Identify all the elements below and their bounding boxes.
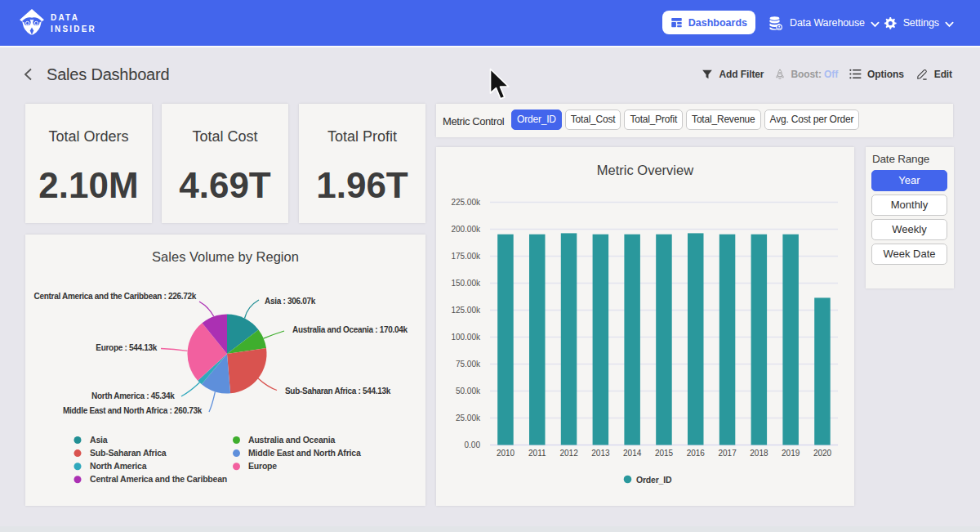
svg-text:Sub-Saharan Africa: Sub-Saharan Africa xyxy=(90,448,167,458)
svg-text:175.00k: 175.00k xyxy=(451,252,481,261)
svg-text:Central America and the Caribb: Central America and the Caribbean : 226.… xyxy=(34,292,197,301)
svg-text:2016: 2016 xyxy=(687,449,706,458)
svg-text:Order_ID: Order_ID xyxy=(636,475,672,485)
svg-text:Metric Overview: Metric Overview xyxy=(597,163,693,177)
svg-text:Sales Volume by Region: Sales Volume by Region xyxy=(152,249,299,264)
svg-text:200.00k: 200.00k xyxy=(451,225,481,234)
svg-text:Sub-Saharan Africa : 544.13k: Sub-Saharan Africa : 544.13k xyxy=(285,387,391,396)
svg-text:225.00k: 225.00k xyxy=(451,198,481,207)
svg-text:Middle East and North Africa :: Middle East and North Africa : 260.73k xyxy=(63,406,203,415)
svg-text:2018: 2018 xyxy=(750,449,768,458)
svg-text:Australia and Oceania : 170.04: Australia and Oceania : 170.04k xyxy=(292,325,408,334)
svg-text:North America : 45.34k: North America : 45.34k xyxy=(91,391,175,400)
svg-text:2013: 2013 xyxy=(591,449,610,458)
svg-text:2019: 2019 xyxy=(782,449,800,458)
svg-text:2012: 2012 xyxy=(559,449,578,458)
svg-text:0.00: 0.00 xyxy=(465,440,481,449)
svg-text:North America: North America xyxy=(90,461,147,471)
svg-text:2010: 2010 xyxy=(497,449,515,458)
svg-text:Australia and Oceania: Australia and Oceania xyxy=(248,435,335,445)
svg-text:Europe: Europe xyxy=(248,461,277,471)
svg-text:125.00k: 125.00k xyxy=(451,306,481,315)
svg-text:2017: 2017 xyxy=(718,449,737,458)
svg-text:25.00k: 25.00k xyxy=(456,414,481,422)
svg-text:50.00k: 50.00k xyxy=(456,387,481,396)
svg-text:Central America and the Caribb: Central America and the Caribbean xyxy=(90,474,227,484)
svg-text:150.00k: 150.00k xyxy=(451,279,481,288)
svg-text:75.00k: 75.00k xyxy=(456,360,481,369)
svg-text:Middle East and North Africa: Middle East and North Africa xyxy=(248,448,361,458)
svg-text:2020: 2020 xyxy=(813,449,832,458)
svg-text:Europe : 544.13k: Europe : 544.13k xyxy=(96,343,157,352)
svg-text:2014: 2014 xyxy=(623,449,642,458)
svg-text:2011: 2011 xyxy=(528,449,546,458)
svg-text:2015: 2015 xyxy=(655,449,674,458)
svg-text:100.00k: 100.00k xyxy=(451,333,481,342)
svg-text:Asia : 306.07k: Asia : 306.07k xyxy=(265,297,316,306)
svg-text:Asia: Asia xyxy=(90,435,108,445)
